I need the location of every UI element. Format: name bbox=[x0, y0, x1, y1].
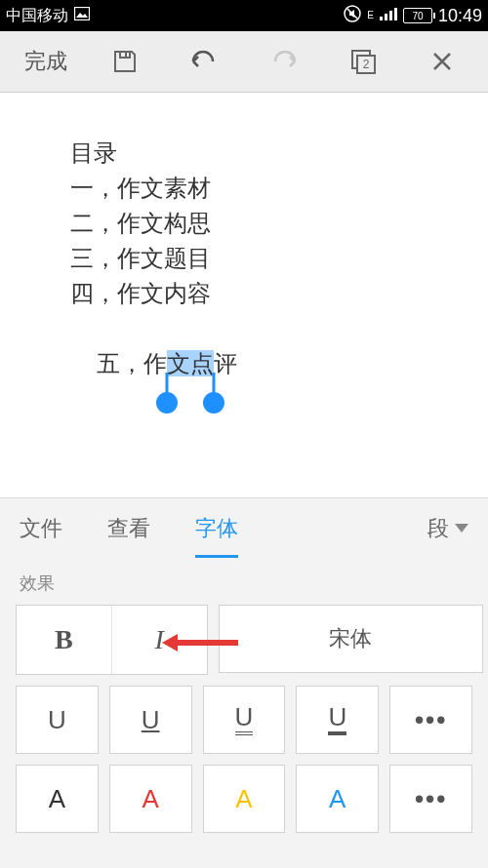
text-selection[interactable]: 文点 bbox=[167, 350, 214, 376]
carrier-label: 中国移动 bbox=[6, 6, 68, 26]
clock: 10:49 bbox=[438, 6, 482, 26]
color-red-button[interactable]: A bbox=[109, 765, 192, 833]
mute-icon bbox=[344, 5, 361, 26]
doc-text: 五，作 bbox=[97, 350, 167, 376]
format-tabs: 文件 查看 字体 段 bbox=[0, 497, 488, 558]
color-yellow-button[interactable]: A bbox=[203, 765, 286, 833]
redo-button[interactable] bbox=[244, 51, 323, 72]
tab-file[interactable]: 文件 bbox=[20, 498, 62, 558]
document-area[interactable]: 目录 一，作文素材 二，作文构思 三，作文题目 四，作文内容 五，作文点评 bbox=[0, 93, 488, 497]
gallery-icon bbox=[74, 7, 90, 24]
tab-paragraph[interactable]: 段 bbox=[427, 498, 468, 558]
tab-paragraph-label: 段 bbox=[427, 514, 449, 543]
doc-line: 目录 bbox=[70, 136, 470, 171]
bold-button[interactable]: B bbox=[17, 606, 111, 674]
close-button[interactable] bbox=[403, 51, 482, 72]
doc-line: 一，作文素材 bbox=[70, 171, 470, 206]
doc-text: 评 bbox=[214, 350, 237, 376]
editor-toolbar: 完成 2 bbox=[0, 31, 488, 93]
chevron-down-icon bbox=[455, 524, 468, 533]
done-label: 完成 bbox=[24, 47, 67, 76]
underline-more-button[interactable]: ••• bbox=[389, 686, 472, 754]
doc-line: 五，作文点评 bbox=[70, 311, 470, 416]
done-button[interactable]: 完成 bbox=[6, 47, 85, 76]
svg-rect-1 bbox=[380, 17, 383, 20]
doc-line: 四，作文内容 bbox=[70, 276, 470, 311]
signal-icon bbox=[380, 7, 397, 24]
svg-rect-4 bbox=[394, 8, 397, 20]
italic-button[interactable]: I bbox=[111, 606, 207, 674]
color-blue-button[interactable]: A bbox=[296, 765, 379, 833]
underline-single-button[interactable]: U bbox=[109, 686, 192, 754]
doc-line: 二，作文构思 bbox=[70, 206, 470, 241]
svg-text:2: 2 bbox=[363, 58, 370, 71]
selection-handle-left[interactable] bbox=[156, 392, 178, 414]
tab-font[interactable]: 字体 bbox=[195, 498, 238, 558]
font-family-button[interactable]: 宋体 bbox=[219, 605, 483, 673]
battery-icon: 70 bbox=[403, 8, 432, 23]
underline-none-button[interactable]: U bbox=[16, 686, 99, 754]
svg-rect-2 bbox=[385, 14, 387, 20]
svg-rect-3 bbox=[389, 11, 392, 20]
status-bar: 中国移动 E 70 10:49 bbox=[0, 0, 488, 31]
color-more-button[interactable]: ••• bbox=[389, 765, 472, 833]
svg-rect-0 bbox=[75, 8, 90, 20]
pages-button[interactable]: 2 bbox=[323, 48, 402, 75]
font-panel: 效果 B I 宋体 U U U U ••• A A A A ••• bbox=[0, 558, 488, 868]
underline-double-button[interactable]: U bbox=[203, 686, 286, 754]
underline-thick-button[interactable]: U bbox=[296, 686, 379, 754]
save-button[interactable] bbox=[85, 49, 164, 74]
section-label: 效果 bbox=[16, 572, 472, 595]
doc-line: 三，作文题目 bbox=[70, 241, 470, 276]
network-type: E bbox=[367, 11, 374, 20]
selection-handle-right[interactable] bbox=[203, 392, 224, 414]
tab-view[interactable]: 查看 bbox=[107, 498, 150, 558]
color-black-button[interactable]: A bbox=[16, 765, 99, 833]
undo-button[interactable] bbox=[165, 51, 244, 72]
